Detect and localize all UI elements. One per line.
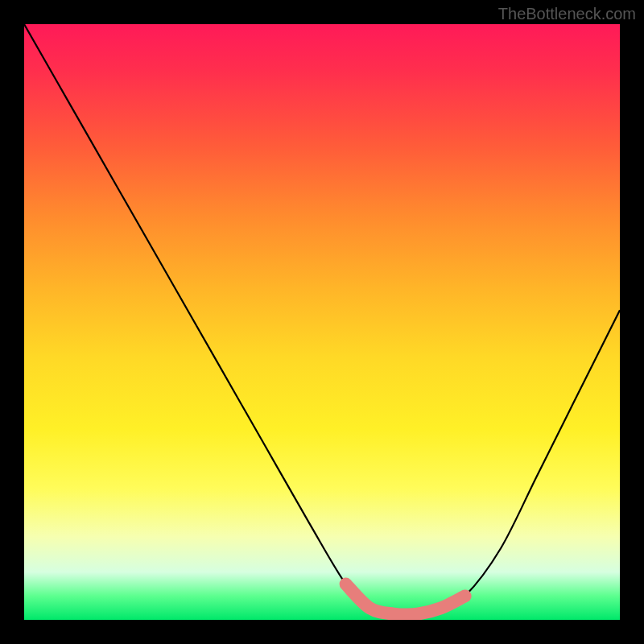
highlight-valley <box>346 584 465 615</box>
chart-svg <box>24 24 620 620</box>
plot-area <box>24 24 620 620</box>
bottleneck-curve-line <box>24 24 620 615</box>
watermark-text: TheBottleneck.com <box>498 5 636 23</box>
